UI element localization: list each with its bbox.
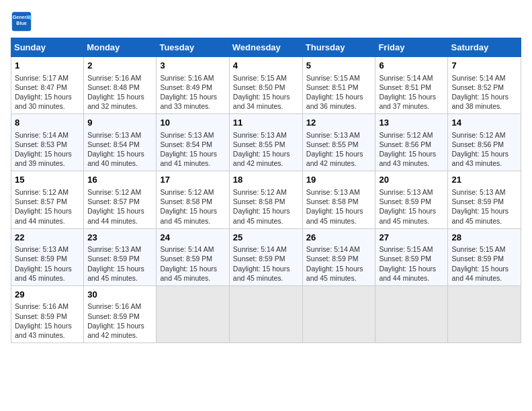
calendar-cell — [375, 285, 448, 342]
logo: General Blue — [11, 11, 35, 32]
day-info: Sunrise: 5:13 AM Sunset: 8:54 PM Dayligh… — [87, 130, 152, 169]
calendar-cell: 19Sunrise: 5:13 AM Sunset: 8:58 PM Dayli… — [302, 171, 375, 228]
weekday-saturday: Saturday — [448, 38, 521, 57]
calendar-cell: 8Sunrise: 5:14 AM Sunset: 8:53 PM Daylig… — [11, 114, 84, 171]
calendar-week-row: 29Sunrise: 5:16 AM Sunset: 8:59 PM Dayli… — [11, 285, 521, 342]
calendar-cell: 16Sunrise: 5:12 AM Sunset: 8:57 PM Dayli… — [84, 171, 157, 228]
calendar-cell: 6Sunrise: 5:14 AM Sunset: 8:51 PM Daylig… — [375, 57, 448, 114]
calendar-cell: 10Sunrise: 5:13 AM Sunset: 8:54 PM Dayli… — [157, 114, 229, 171]
day-number: 25 — [233, 232, 299, 244]
day-info: Sunrise: 5:14 AM Sunset: 8:53 PM Dayligh… — [15, 130, 80, 169]
calendar-cell — [157, 285, 229, 342]
day-info: Sunrise: 5:13 AM Sunset: 8:54 PM Dayligh… — [160, 130, 225, 169]
day-number: 30 — [87, 289, 152, 301]
calendar-cell: 14Sunrise: 5:12 AM Sunset: 8:56 PM Dayli… — [448, 114, 521, 171]
day-number: 10 — [160, 117, 225, 129]
calendar-cell: 4Sunrise: 5:15 AM Sunset: 8:50 PM Daylig… — [229, 57, 302, 114]
day-number: 22 — [15, 232, 80, 244]
day-number: 8 — [15, 117, 80, 129]
calendar-cell: 3Sunrise: 5:16 AM Sunset: 8:49 PM Daylig… — [157, 57, 229, 114]
page-header: General Blue — [11, 11, 521, 32]
day-number: 20 — [379, 174, 444, 186]
day-number: 24 — [160, 232, 225, 244]
day-number: 7 — [451, 60, 517, 72]
day-number: 15 — [15, 174, 80, 186]
day-info: Sunrise: 5:14 AM Sunset: 8:52 PM Dayligh… — [451, 73, 517, 111]
day-info: Sunrise: 5:13 AM Sunset: 8:59 PM Dayligh… — [87, 244, 152, 283]
calendar-cell: 26Sunrise: 5:14 AM Sunset: 8:59 PM Dayli… — [302, 228, 375, 285]
day-info: Sunrise: 5:13 AM Sunset: 8:59 PM Dayligh… — [379, 187, 444, 226]
day-info: Sunrise: 5:17 AM Sunset: 8:47 PM Dayligh… — [15, 73, 80, 111]
day-info: Sunrise: 5:14 AM Sunset: 8:59 PM Dayligh… — [233, 244, 299, 283]
day-info: Sunrise: 5:16 AM Sunset: 8:48 PM Dayligh… — [87, 73, 152, 111]
calendar-cell — [302, 285, 375, 342]
day-number: 17 — [160, 174, 225, 186]
day-info: Sunrise: 5:14 AM Sunset: 8:59 PM Dayligh… — [160, 244, 225, 283]
calendar-cell: 12Sunrise: 5:13 AM Sunset: 8:55 PM Dayli… — [302, 114, 375, 171]
logo-icon: General Blue — [11, 11, 32, 32]
calendar-header: SundayMondayTuesdayWednesdayThursdayFrid… — [11, 38, 521, 57]
day-number: 9 — [87, 117, 152, 129]
calendar-week-row: 15Sunrise: 5:12 AM Sunset: 8:57 PM Dayli… — [11, 171, 521, 228]
day-info: Sunrise: 5:12 AM Sunset: 8:58 PM Dayligh… — [160, 187, 225, 226]
calendar-cell: 29Sunrise: 5:16 AM Sunset: 8:59 PM Dayli… — [11, 285, 84, 342]
day-number: 19 — [306, 174, 372, 186]
day-info: Sunrise: 5:13 AM Sunset: 8:55 PM Dayligh… — [233, 130, 299, 169]
calendar-cell: 30Sunrise: 5:16 AM Sunset: 8:59 PM Dayli… — [84, 285, 157, 342]
weekday-monday: Monday — [84, 38, 157, 57]
day-number: 28 — [451, 232, 517, 244]
day-number: 12 — [306, 117, 372, 129]
day-number: 6 — [379, 60, 444, 72]
weekday-tuesday: Tuesday — [157, 38, 229, 57]
calendar-cell: 20Sunrise: 5:13 AM Sunset: 8:59 PM Dayli… — [375, 171, 448, 228]
day-number: 23 — [87, 232, 152, 244]
calendar-cell: 21Sunrise: 5:13 AM Sunset: 8:59 PM Dayli… — [448, 171, 521, 228]
day-number: 18 — [233, 174, 299, 186]
calendar-cell: 9Sunrise: 5:13 AM Sunset: 8:54 PM Daylig… — [84, 114, 157, 171]
day-info: Sunrise: 5:13 AM Sunset: 8:55 PM Dayligh… — [306, 130, 372, 169]
day-info: Sunrise: 5:13 AM Sunset: 8:58 PM Dayligh… — [306, 187, 372, 226]
weekday-sunday: Sunday — [11, 38, 84, 57]
calendar-week-row: 1Sunrise: 5:17 AM Sunset: 8:47 PM Daylig… — [11, 57, 521, 114]
day-info: Sunrise: 5:13 AM Sunset: 8:59 PM Dayligh… — [15, 244, 80, 283]
day-info: Sunrise: 5:13 AM Sunset: 8:59 PM Dayligh… — [451, 187, 517, 226]
day-number: 16 — [87, 174, 152, 186]
day-info: Sunrise: 5:12 AM Sunset: 8:57 PM Dayligh… — [15, 187, 80, 226]
day-number: 11 — [233, 117, 299, 129]
day-info: Sunrise: 5:15 AM Sunset: 8:59 PM Dayligh… — [379, 244, 444, 283]
weekday-wednesday: Wednesday — [229, 38, 302, 57]
calendar-cell: 7Sunrise: 5:14 AM Sunset: 8:52 PM Daylig… — [448, 57, 521, 114]
day-info: Sunrise: 5:14 AM Sunset: 8:51 PM Dayligh… — [379, 73, 444, 111]
calendar-cell: 28Sunrise: 5:15 AM Sunset: 8:59 PM Dayli… — [448, 228, 521, 285]
calendar-cell: 5Sunrise: 5:15 AM Sunset: 8:51 PM Daylig… — [302, 57, 375, 114]
day-info: Sunrise: 5:15 AM Sunset: 8:59 PM Dayligh… — [451, 244, 517, 283]
day-info: Sunrise: 5:16 AM Sunset: 8:59 PM Dayligh… — [15, 302, 80, 340]
calendar-week-row: 8Sunrise: 5:14 AM Sunset: 8:53 PM Daylig… — [11, 114, 521, 171]
calendar-cell: 11Sunrise: 5:13 AM Sunset: 8:55 PM Dayli… — [229, 114, 302, 171]
calendar-cell: 23Sunrise: 5:13 AM Sunset: 8:59 PM Dayli… — [84, 228, 157, 285]
day-number: 2 — [87, 60, 152, 72]
weekday-friday: Friday — [375, 38, 448, 57]
calendar-cell: 22Sunrise: 5:13 AM Sunset: 8:59 PM Dayli… — [11, 228, 84, 285]
day-number: 26 — [306, 232, 372, 244]
day-number: 29 — [15, 289, 80, 301]
calendar-cell: 17Sunrise: 5:12 AM Sunset: 8:58 PM Dayli… — [157, 171, 229, 228]
calendar-week-row: 22Sunrise: 5:13 AM Sunset: 8:59 PM Dayli… — [11, 228, 521, 285]
calendar-cell: 25Sunrise: 5:14 AM Sunset: 8:59 PM Dayli… — [229, 228, 302, 285]
calendar-body: 1Sunrise: 5:17 AM Sunset: 8:47 PM Daylig… — [11, 57, 521, 343]
day-info: Sunrise: 5:12 AM Sunset: 8:56 PM Dayligh… — [451, 130, 517, 169]
svg-text:Blue: Blue — [16, 21, 26, 26]
day-info: Sunrise: 5:12 AM Sunset: 8:58 PM Dayligh… — [233, 187, 299, 226]
day-info: Sunrise: 5:12 AM Sunset: 8:56 PM Dayligh… — [379, 130, 444, 169]
day-info: Sunrise: 5:16 AM Sunset: 8:59 PM Dayligh… — [87, 302, 152, 340]
calendar-cell — [229, 285, 302, 342]
day-number: 21 — [451, 174, 517, 186]
weekday-header-row: SundayMondayTuesdayWednesdayThursdayFrid… — [11, 38, 521, 57]
day-info: Sunrise: 5:14 AM Sunset: 8:59 PM Dayligh… — [306, 244, 372, 283]
day-info: Sunrise: 5:15 AM Sunset: 8:51 PM Dayligh… — [306, 73, 372, 111]
day-number: 14 — [451, 117, 517, 129]
calendar-cell — [448, 285, 521, 342]
day-number: 1 — [15, 60, 80, 72]
calendar-cell: 1Sunrise: 5:17 AM Sunset: 8:47 PM Daylig… — [11, 57, 84, 114]
day-number: 4 — [233, 60, 299, 72]
